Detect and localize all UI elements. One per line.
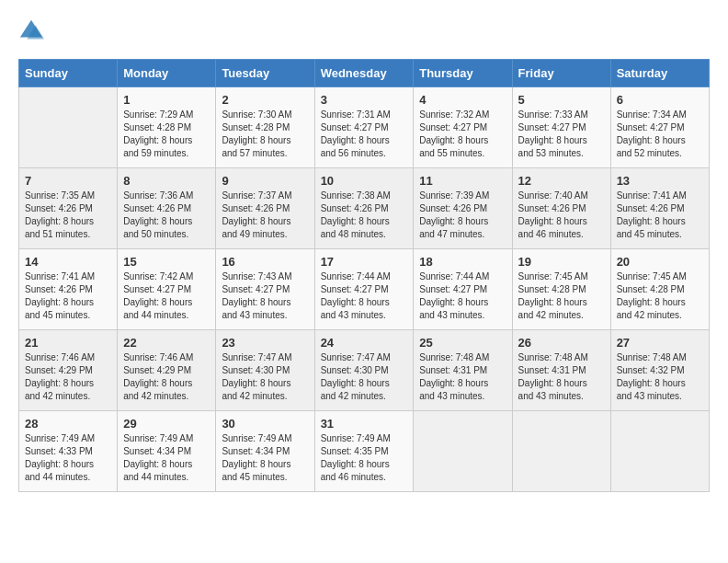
calendar-cell: 27Sunrise: 7:48 AM Sunset: 4:32 PM Dayli…: [610, 330, 709, 411]
calendar-cell: 28Sunrise: 7:49 AM Sunset: 4:33 PM Dayli…: [19, 411, 118, 492]
day-number: 31: [321, 417, 408, 431]
day-number: 13: [617, 174, 703, 188]
day-info: Sunrise: 7:34 AM Sunset: 4:27 PM Dayligh…: [617, 109, 703, 160]
calendar-cell: 3Sunrise: 7:31 AM Sunset: 4:27 PM Daylig…: [314, 87, 414, 168]
day-number: 22: [123, 336, 210, 350]
calendar-cell: [19, 87, 118, 168]
day-info: Sunrise: 7:39 AM Sunset: 4:26 PM Dayligh…: [419, 190, 506, 241]
calendar-cell: 10Sunrise: 7:38 AM Sunset: 4:26 PM Dayli…: [314, 168, 414, 249]
calendar-cell: 11Sunrise: 7:39 AM Sunset: 4:26 PM Dayli…: [414, 168, 512, 249]
day-number: 9: [222, 174, 308, 188]
day-info: Sunrise: 7:48 AM Sunset: 4:31 PM Dayligh…: [419, 351, 506, 403]
day-number: 28: [25, 417, 111, 431]
calendar-week-row: 28Sunrise: 7:49 AM Sunset: 4:33 PM Dayli…: [19, 411, 710, 492]
calendar-week-row: 14Sunrise: 7:41 AM Sunset: 4:26 PM Dayli…: [19, 249, 710, 330]
calendar-cell: 29Sunrise: 7:49 AM Sunset: 4:34 PM Dayli…: [118, 411, 216, 492]
page-header: [18, 18, 710, 44]
weekday-row: SundayMondayTuesdayWednesdayThursdayFrid…: [19, 60, 710, 87]
weekday-header-monday: Monday: [118, 60, 216, 87]
day-info: Sunrise: 7:44 AM Sunset: 4:27 PM Dayligh…: [321, 270, 408, 322]
calendar-week-row: 1Sunrise: 7:29 AM Sunset: 4:28 PM Daylig…: [19, 87, 710, 168]
logo: [18, 18, 48, 44]
calendar-cell: 9Sunrise: 7:37 AM Sunset: 4:26 PM Daylig…: [216, 168, 314, 249]
day-info: Sunrise: 7:46 AM Sunset: 4:29 PM Dayligh…: [25, 351, 111, 403]
day-info: Sunrise: 7:31 AM Sunset: 4:27 PM Dayligh…: [321, 109, 408, 160]
day-number: 16: [222, 255, 308, 269]
day-info: Sunrise: 7:41 AM Sunset: 4:26 PM Dayligh…: [25, 270, 111, 322]
calendar-cell: 17Sunrise: 7:44 AM Sunset: 4:27 PM Dayli…: [314, 249, 414, 330]
day-number: 24: [321, 336, 408, 350]
day-number: 3: [321, 93, 408, 107]
day-info: Sunrise: 7:47 AM Sunset: 4:30 PM Dayligh…: [222, 351, 308, 403]
calendar-header: SundayMondayTuesdayWednesdayThursdayFrid…: [19, 60, 710, 87]
day-number: 6: [617, 93, 703, 107]
day-info: Sunrise: 7:44 AM Sunset: 4:27 PM Dayligh…: [419, 270, 506, 322]
calendar-cell: 12Sunrise: 7:40 AM Sunset: 4:26 PM Dayli…: [512, 168, 610, 249]
day-number: 11: [419, 174, 506, 188]
day-number: 20: [617, 255, 703, 269]
day-number: 26: [518, 336, 605, 350]
calendar-cell: 20Sunrise: 7:45 AM Sunset: 4:28 PM Dayli…: [610, 249, 709, 330]
day-number: 21: [25, 336, 111, 350]
day-info: Sunrise: 7:30 AM Sunset: 4:28 PM Dayligh…: [222, 109, 308, 160]
day-info: Sunrise: 7:49 AM Sunset: 4:34 PM Dayligh…: [222, 432, 308, 484]
weekday-header-sunday: Sunday: [19, 60, 118, 87]
calendar-body: 1Sunrise: 7:29 AM Sunset: 4:28 PM Daylig…: [19, 87, 710, 492]
logo-icon: [18, 18, 44, 44]
calendar-cell: 31Sunrise: 7:49 AM Sunset: 4:35 PM Dayli…: [314, 411, 414, 492]
weekday-header-thursday: Thursday: [414, 60, 512, 87]
day-info: Sunrise: 7:38 AM Sunset: 4:26 PM Dayligh…: [321, 190, 408, 241]
calendar-cell: 13Sunrise: 7:41 AM Sunset: 4:26 PM Dayli…: [610, 168, 709, 249]
calendar-cell: 8Sunrise: 7:36 AM Sunset: 4:26 PM Daylig…: [118, 168, 216, 249]
day-info: Sunrise: 7:35 AM Sunset: 4:26 PM Dayligh…: [25, 190, 111, 241]
day-number: 15: [123, 255, 210, 269]
day-number: 10: [321, 174, 408, 188]
calendar-cell: 14Sunrise: 7:41 AM Sunset: 4:26 PM Dayli…: [19, 249, 118, 330]
day-info: Sunrise: 7:48 AM Sunset: 4:31 PM Dayligh…: [518, 351, 605, 403]
calendar-cell: 21Sunrise: 7:46 AM Sunset: 4:29 PM Dayli…: [19, 330, 118, 411]
calendar-cell: [512, 411, 610, 492]
day-info: Sunrise: 7:43 AM Sunset: 4:27 PM Dayligh…: [222, 270, 308, 322]
calendar-cell: 6Sunrise: 7:34 AM Sunset: 4:27 PM Daylig…: [610, 87, 709, 168]
day-number: 29: [123, 417, 210, 431]
calendar-cell: 4Sunrise: 7:32 AM Sunset: 4:27 PM Daylig…: [414, 87, 512, 168]
day-info: Sunrise: 7:46 AM Sunset: 4:29 PM Dayligh…: [123, 351, 210, 403]
weekday-header-tuesday: Tuesday: [216, 60, 314, 87]
day-number: 8: [123, 174, 210, 188]
day-info: Sunrise: 7:33 AM Sunset: 4:27 PM Dayligh…: [518, 109, 605, 160]
day-info: Sunrise: 7:49 AM Sunset: 4:35 PM Dayligh…: [321, 432, 408, 484]
calendar-cell: 22Sunrise: 7:46 AM Sunset: 4:29 PM Dayli…: [118, 330, 216, 411]
day-number: 4: [419, 93, 506, 107]
day-info: Sunrise: 7:42 AM Sunset: 4:27 PM Dayligh…: [123, 270, 210, 322]
calendar-cell: 19Sunrise: 7:45 AM Sunset: 4:28 PM Dayli…: [512, 249, 610, 330]
calendar-cell: 15Sunrise: 7:42 AM Sunset: 4:27 PM Dayli…: [118, 249, 216, 330]
day-number: 14: [25, 255, 111, 269]
day-info: Sunrise: 7:36 AM Sunset: 4:26 PM Dayligh…: [123, 190, 210, 241]
calendar-cell: [610, 411, 709, 492]
day-number: 18: [419, 255, 506, 269]
calendar-cell: 18Sunrise: 7:44 AM Sunset: 4:27 PM Dayli…: [414, 249, 512, 330]
day-info: Sunrise: 7:29 AM Sunset: 4:28 PM Dayligh…: [123, 109, 210, 160]
day-info: Sunrise: 7:45 AM Sunset: 4:28 PM Dayligh…: [617, 270, 703, 322]
day-info: Sunrise: 7:48 AM Sunset: 4:32 PM Dayligh…: [617, 351, 703, 403]
calendar-cell: 5Sunrise: 7:33 AM Sunset: 4:27 PM Daylig…: [512, 87, 610, 168]
day-number: 17: [321, 255, 408, 269]
calendar-cell: 1Sunrise: 7:29 AM Sunset: 4:28 PM Daylig…: [118, 87, 216, 168]
day-info: Sunrise: 7:47 AM Sunset: 4:30 PM Dayligh…: [321, 351, 408, 403]
day-number: 25: [419, 336, 506, 350]
day-info: Sunrise: 7:49 AM Sunset: 4:34 PM Dayligh…: [123, 432, 210, 484]
day-number: 2: [222, 93, 308, 107]
day-number: 19: [518, 255, 605, 269]
day-number: 12: [518, 174, 605, 188]
calendar-cell: 7Sunrise: 7:35 AM Sunset: 4:26 PM Daylig…: [19, 168, 118, 249]
calendar-cell: [414, 411, 512, 492]
day-number: 1: [123, 93, 210, 107]
calendar-cell: 24Sunrise: 7:47 AM Sunset: 4:30 PM Dayli…: [314, 330, 414, 411]
calendar-table: SundayMondayTuesdayWednesdayThursdayFrid…: [18, 59, 710, 492]
calendar-cell: 30Sunrise: 7:49 AM Sunset: 4:34 PM Dayli…: [216, 411, 314, 492]
day-info: Sunrise: 7:41 AM Sunset: 4:26 PM Dayligh…: [617, 190, 703, 241]
calendar-cell: 2Sunrise: 7:30 AM Sunset: 4:28 PM Daylig…: [216, 87, 314, 168]
day-info: Sunrise: 7:32 AM Sunset: 4:27 PM Dayligh…: [419, 109, 506, 160]
day-info: Sunrise: 7:49 AM Sunset: 4:33 PM Dayligh…: [25, 432, 111, 484]
weekday-header-friday: Friday: [512, 60, 610, 87]
